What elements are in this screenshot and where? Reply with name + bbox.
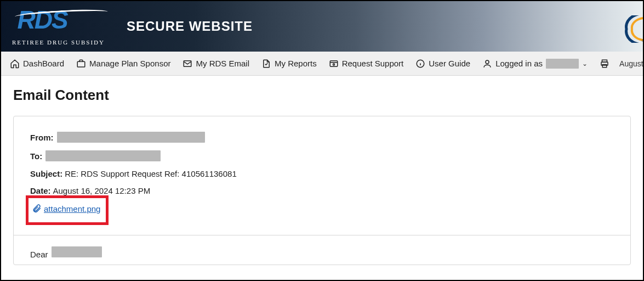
- redacted-username: [546, 59, 579, 69]
- email-card: From: To: Subject: RE: RDS Support Reque…: [13, 116, 631, 265]
- nav-request-support-label: Request Support: [342, 59, 404, 68]
- nav-user-guide-label: User Guide: [429, 59, 470, 68]
- svg-point-7: [486, 60, 489, 64]
- home-icon: [10, 59, 20, 69]
- email-date-row: Date: August 16, 2024 12:23 PM: [30, 186, 614, 195]
- rds-logo: RDS: [17, 7, 99, 40]
- redacted-to: [45, 150, 161, 161]
- attachment-row: attachment.png: [32, 204, 100, 213]
- redacted-recipient-name: [52, 246, 102, 257]
- cms-logo-label: CENTERS: [642, 39, 644, 42]
- email-from-row: From:: [30, 132, 614, 143]
- nav-logged-in[interactable]: Logged in as ⌄: [482, 59, 588, 69]
- header-banner: RDS RETIREE DRUG SUBSIDY SECURE WEBSITE …: [1, 1, 643, 52]
- nav-logged-in-label: Logged in as: [495, 59, 543, 68]
- chevron-down-icon: ⌄: [582, 60, 588, 68]
- email-divider: [14, 235, 630, 235]
- email-from-label: From:: [30, 133, 54, 142]
- nav-user-guide[interactable]: User Guide: [415, 59, 470, 69]
- email-body-greeting-row: Dear: [30, 246, 614, 259]
- email-subject-label: Subject:: [30, 169, 62, 178]
- content-area: Email Content From: To: Subject: RE: RDS…: [1, 76, 643, 276]
- nav-my-reports[interactable]: My Reports: [261, 59, 317, 69]
- email-to-label: To:: [30, 151, 42, 161]
- nav-date: August: [619, 59, 643, 68]
- nav-my-reports-label: My Reports: [275, 59, 317, 68]
- email-subject-value: RE: RDS Support Request Ref: 41056113608…: [65, 169, 237, 178]
- rds-logo-area: RDS RETIREE DRUG SUBSIDY: [12, 7, 105, 46]
- nav-dashboard[interactable]: DashBoard: [10, 59, 64, 69]
- info-icon: [415, 59, 425, 69]
- attachment-highlight-box: attachment.png: [26, 195, 109, 225]
- email-subject-row: Subject: RE: RDS Support Request Ref: 41…: [30, 169, 614, 178]
- paperclip-icon: [32, 204, 42, 213]
- nav-right: August: [600, 59, 643, 69]
- nav-bar: DashBoard Manage Plan Sponsor My RDS Ema…: [1, 52, 643, 76]
- nav-my-rds-email-label: My RDS Email: [196, 59, 249, 68]
- nav-request-support[interactable]: Request Support: [329, 59, 404, 69]
- file-icon: [261, 59, 271, 69]
- person-icon: [482, 59, 492, 69]
- page-title: Email Content: [13, 87, 631, 104]
- attachment-link[interactable]: attachment.png: [44, 204, 100, 213]
- header-title: SECURE WEBSITE: [127, 19, 253, 34]
- envelope-icon: [183, 59, 192, 69]
- svg-rect-0: [77, 61, 85, 67]
- nav-dashboard-label: DashBoard: [23, 59, 64, 68]
- briefcase-icon: [76, 59, 86, 69]
- print-icon[interactable]: [600, 59, 609, 69]
- email-date-value: August 16, 2024 12:23 PM: [53, 186, 151, 195]
- email-body-greeting: Dear: [30, 250, 48, 259]
- nav-manage-plan-sponsor-label: Manage Plan Sponsor: [89, 59, 170, 68]
- nav-manage-plan-sponsor[interactable]: Manage Plan Sponsor: [76, 59, 170, 69]
- email-date-label: Date:: [30, 186, 51, 195]
- support-icon: [329, 59, 339, 69]
- redacted-from: [57, 132, 205, 143]
- cms-logo: CENTERS: [615, 15, 644, 43]
- nav-my-rds-email[interactable]: My RDS Email: [183, 59, 249, 69]
- svg-point-3: [333, 64, 334, 65]
- email-to-row: To:: [30, 150, 614, 161]
